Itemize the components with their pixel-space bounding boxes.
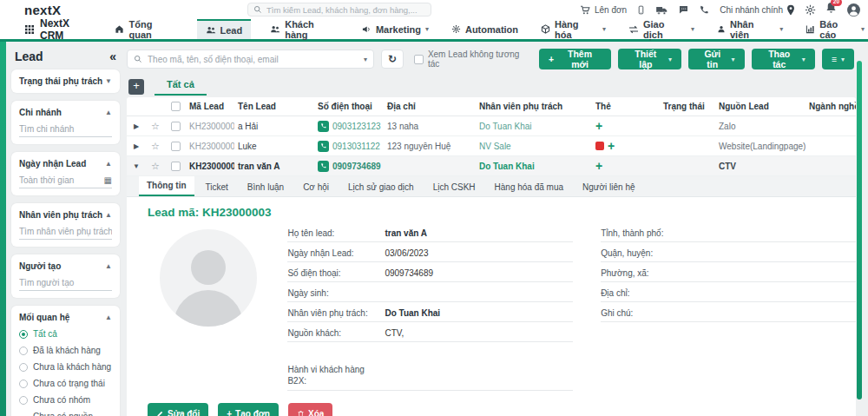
- detail-tab-thong-tin[interactable]: Thông tin: [139, 176, 194, 196]
- col-header-tag[interactable]: Thẻ: [592, 102, 660, 111]
- nav-item-bao-cao[interactable]: Báo cáo ▾: [802, 19, 868, 39]
- row-checkbox[interactable]: [171, 122, 181, 131]
- col-header-industry[interactable]: Ngành nghề: [806, 102, 856, 111]
- red-tag[interactable]: [595, 142, 604, 150]
- delivery-truck-icon[interactable]: [655, 4, 668, 16]
- nav-item-marketing[interactable]: Marketing ▾: [358, 19, 432, 39]
- detail-tab-lich-su-giao-dich[interactable]: Lịch sử giao dịch: [340, 178, 422, 196]
- chevron-up-icon[interactable]: ▲: [105, 160, 112, 168]
- add-new-button[interactable]: +Thêm mới: [539, 49, 611, 69]
- select-all-checkbox[interactable]: [171, 102, 181, 111]
- col-header-source[interactable]: Nguồn Lead: [715, 102, 806, 111]
- filter-title: Nhân viên phụ trách: [19, 210, 102, 220]
- lead-address: 13 naha: [384, 122, 476, 131]
- detail-tab-lich-cskh[interactable]: Lịch CSKH: [425, 178, 483, 196]
- setup-button[interactable]: Thiết lập▾: [618, 49, 681, 69]
- call-icon[interactable]: [699, 4, 710, 16]
- refresh-button[interactable]: ↻: [381, 50, 404, 69]
- collapse-row-icon[interactable]: ▼: [127, 162, 146, 170]
- col-header-code[interactable]: Mã Lead: [186, 102, 234, 111]
- nav-item-nhan-vien[interactable]: Nhân viên ▾: [713, 19, 786, 39]
- chevron-down-icon: ▾: [425, 25, 429, 33]
- relationship-option-customer[interactable]: Đã là khách hàng: [19, 346, 112, 355]
- mobile-icon[interactable]: [636, 4, 646, 16]
- table-row[interactable]: ▶ ☆ KH23000004 Luke 0913031122 123 nguyễ…: [127, 136, 856, 156]
- create-order-button[interactable]: Lên đơn: [580, 4, 627, 16]
- notifications-button[interactable]: 20: [825, 2, 837, 17]
- date-range-input[interactable]: [19, 175, 104, 185]
- row-checkbox[interactable]: [171, 162, 181, 171]
- star-icon[interactable]: ☆: [146, 141, 165, 152]
- lead-assignee[interactable]: Do Tuan Khai: [476, 162, 592, 171]
- lead-phone[interactable]: 0903123123: [314, 121, 384, 132]
- create-order-detail-button[interactable]: + Tạo đơn: [218, 403, 279, 416]
- crm-app-switcher[interactable]: NextX CRM: [24, 17, 95, 42]
- delete-button[interactable]: Xóa: [288, 403, 332, 416]
- relationship-option-no-source[interactable]: Chưa có nguồn khách: [19, 412, 112, 416]
- detail-tab-binh-luan[interactable]: Bình luận: [240, 178, 292, 196]
- actions-button[interactable]: Thao tác▾: [752, 49, 815, 69]
- lead-assignee[interactable]: NV Sale: [476, 142, 592, 151]
- col-header-name[interactable]: Tên Lead: [234, 102, 314, 111]
- field-row: Số điện thoại:0909734689: [287, 262, 573, 282]
- nav-item-lead[interactable]: Lead: [197, 19, 252, 39]
- star-icon[interactable]: ☆: [146, 161, 165, 172]
- table-row-expanded[interactable]: ▼ ☆ KH23000003 tran văn A 0909734689 Do …: [127, 156, 856, 176]
- vertical-scrollbar[interactable]: [857, 61, 862, 399]
- inactive-leads-checkbox[interactable]: Xem Lead không tương tác: [414, 50, 532, 69]
- col-header-address[interactable]: Địa chỉ: [384, 102, 476, 111]
- detail-tab-co-hoi[interactable]: Cơ hội: [295, 178, 337, 196]
- chevron-up-icon[interactable]: ▲: [105, 211, 112, 219]
- branch-selector[interactable]: Chi nhánh chính: [720, 4, 795, 16]
- branch-filter-input[interactable]: [19, 124, 112, 134]
- nav-item-giao-dich[interactable]: Giao dịch ▾: [625, 19, 698, 39]
- chevron-up-icon[interactable]: ▲: [105, 314, 112, 321]
- creator-filter-input[interactable]: [19, 278, 112, 287]
- nav-item-hang-hoa[interactable]: Hàng hóa ▾: [537, 19, 609, 39]
- chevron-up-icon[interactable]: ▲: [105, 109, 112, 116]
- table-row[interactable]: ▶ ☆ KH23000005 a Hải 0903123123 13 naha …: [127, 116, 856, 136]
- settings-gear-icon[interactable]: [805, 4, 816, 16]
- chevron-down-icon[interactable]: ▾: [364, 56, 367, 63]
- add-view-button[interactable]: +: [128, 79, 144, 95]
- lead-search-input[interactable]: [148, 55, 358, 64]
- detail-tab-hang-hoa-da-mua[interactable]: Hàng hóa đã mua: [487, 178, 572, 196]
- expand-row-icon[interactable]: ▶: [127, 142, 146, 150]
- chevron-down-icon[interactable]: ▼: [105, 77, 112, 85]
- relationship-option-not-customer[interactable]: Chưa là khách hàng: [19, 362, 112, 372]
- calendar-icon[interactable]: ▦: [104, 175, 112, 185]
- lead-assignee[interactable]: Do Tuan Khai: [476, 122, 592, 131]
- relationship-option-no-group[interactable]: Chưa có nhóm: [19, 395, 112, 405]
- global-search-input[interactable]: Tìm kiếm Lead, khách hàng, đơn hàng,...: [247, 3, 431, 17]
- add-tag-icon[interactable]: +: [608, 140, 615, 152]
- send-message-button[interactable]: Gửi tin▾: [688, 49, 745, 69]
- col-header-phone[interactable]: Số điện thoại: [314, 102, 384, 111]
- detail-tab-nguoi-lien-he[interactable]: Người liên hệ: [575, 178, 643, 196]
- assignee-filter-input[interactable]: [19, 227, 112, 236]
- filter-card-status[interactable]: Trạng thái phụ trách ▼: [11, 69, 120, 93]
- nav-item-tong-quan[interactable]: Tổng quan: [111, 19, 181, 39]
- topbar-actions: Lên đơn Chi nhánh chính: [580, 0, 861, 19]
- lead-search-box[interactable]: ▾: [127, 50, 374, 69]
- detail-tab-ticket[interactable]: Ticket: [198, 178, 236, 196]
- nav-item-khach-hang[interactable]: Khách hàng: [266, 19, 343, 39]
- lead-phone[interactable]: 0909734689: [314, 161, 384, 172]
- layout-menu-button[interactable]: ≡▾: [822, 49, 854, 69]
- row-checkbox[interactable]: [171, 142, 181, 151]
- chevron-up-icon[interactable]: ▲: [105, 262, 112, 270]
- edit-button[interactable]: Sửa đổi: [148, 403, 208, 416]
- expand-row-icon[interactable]: ▶: [127, 122, 146, 130]
- relationship-option-all[interactable]: Tất cả: [19, 329, 112, 339]
- col-header-assignee[interactable]: Nhân viên phụ trách: [476, 102, 592, 111]
- star-icon[interactable]: ☆: [146, 121, 165, 132]
- lead-phone[interactable]: 0913031122: [314, 141, 384, 152]
- relationship-option-no-status[interactable]: Chưa có trạng thái: [19, 379, 112, 388]
- add-tag-icon[interactable]: +: [595, 120, 602, 132]
- tab-all-leads[interactable]: Tất cả: [155, 79, 207, 96]
- user-avatar[interactable]: [846, 3, 861, 17]
- chat-icon[interactable]: [678, 4, 689, 15]
- add-tag-icon[interactable]: +: [595, 160, 602, 172]
- col-header-status[interactable]: Trạng thái: [660, 102, 715, 111]
- collapse-sidebar-icon[interactable]: «: [109, 50, 116, 63]
- nav-item-automation[interactable]: Automation: [448, 19, 522, 39]
